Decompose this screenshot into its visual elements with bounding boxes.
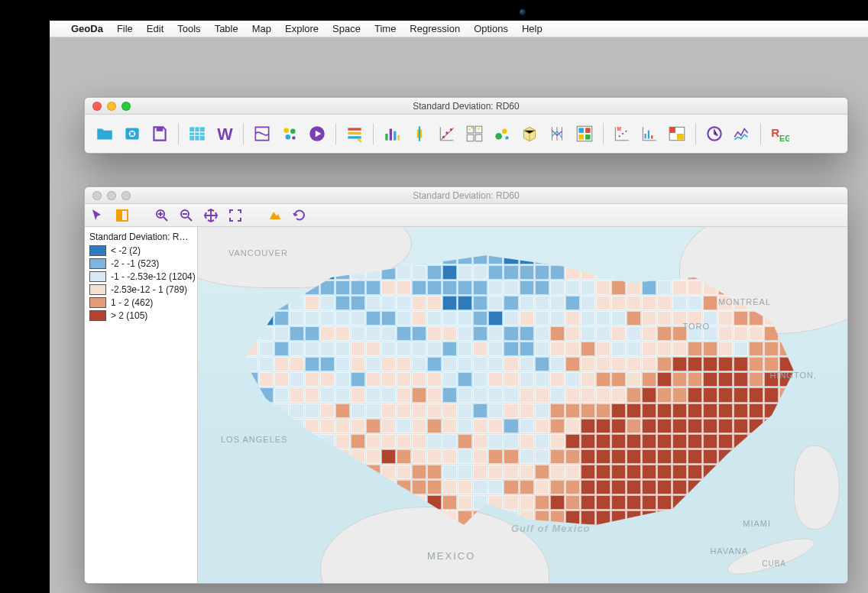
boxplot-icon[interactable]: [408, 122, 431, 145]
map-legend: Standard Deviation: RD60 < -2 (2)-2 - -1…: [85, 227, 198, 583]
svg-point-30: [495, 133, 502, 140]
toolbar-titlebar[interactable]: Standard Deviation: RD60: [85, 98, 847, 115]
weights-icon[interactable]: W: [213, 122, 236, 145]
zoom-button[interactable]: [121, 102, 131, 111]
svg-line-22: [441, 128, 453, 139]
svg-rect-42: [645, 134, 646, 139]
svg-rect-25: [467, 134, 474, 141]
svg-rect-10: [348, 128, 361, 130]
menu-time[interactable]: Time: [374, 23, 396, 34]
label-la: LOS ANGELES: [221, 435, 287, 444]
legend-row[interactable]: > 2 (105): [89, 310, 194, 321]
svg-rect-37: [585, 134, 591, 140]
close-button[interactable]: [92, 102, 102, 111]
close-project-icon[interactable]: [121, 122, 144, 145]
toolbar-title: Standard Deviation: RD60: [85, 101, 847, 112]
legend-row[interactable]: 1 - 2 (462): [89, 297, 194, 308]
menu-options[interactable]: Options: [474, 23, 508, 34]
svg-rect-2: [157, 127, 164, 131]
pan-icon[interactable]: [202, 207, 219, 224]
zoom-out-icon[interactable]: [178, 207, 195, 224]
svg-text:M: M: [617, 126, 621, 131]
label-montreal: MONTRÉAL: [718, 297, 771, 306]
map-titlebar[interactable]: Standard Deviation: RD60: [85, 187, 847, 204]
legend-swatch: [89, 245, 106, 256]
label-vancouver: VANCOUVER: [228, 248, 288, 258]
svg-rect-44: [651, 135, 653, 138]
bubble-icon[interactable]: [491, 122, 513, 145]
regression-icon[interactable]: REG: [768, 122, 791, 145]
invert-select-icon[interactable]: [114, 207, 131, 224]
label-mexico: MEXICO: [427, 550, 475, 562]
close-button[interactable]: [92, 191, 102, 200]
svg-rect-11: [348, 132, 361, 134]
svg-rect-16: [398, 135, 400, 141]
animation-icon[interactable]: [306, 122, 329, 145]
open-icon[interactable]: [93, 122, 116, 145]
menu-tools[interactable]: Tools: [177, 23, 200, 34]
menu-regression[interactable]: Regression: [410, 23, 460, 34]
choropleth-layer[interactable]: [244, 250, 794, 525]
diff-moran-icon[interactable]: [638, 122, 661, 145]
legend-row[interactable]: -2.53e-12 - 1 (789): [89, 284, 194, 295]
camera-dot: [520, 9, 526, 15]
svg-point-27: [468, 129, 470, 131]
map-toolbar: [85, 204, 847, 227]
map-canvas[interactable]: VANCOUVER MONTRÉAL TORO HINGTON, LOS ANG…: [198, 227, 847, 583]
table-icon[interactable]: [186, 122, 209, 145]
map-themes-icon[interactable]: [251, 122, 274, 145]
menu-help[interactable]: Help: [522, 23, 542, 34]
cartogram-icon[interactable]: [278, 122, 301, 145]
legend-row[interactable]: < -2 (2): [89, 245, 194, 256]
svg-point-39: [619, 135, 620, 137]
svg-rect-36: [578, 134, 584, 140]
svg-point-7: [286, 134, 291, 140]
svg-rect-34: [578, 128, 584, 133]
legend-swatch: [89, 258, 106, 269]
basemap-icon[interactable]: [267, 207, 283, 224]
moran-icon[interactable]: M: [611, 122, 633, 145]
svg-point-6: [290, 129, 296, 134]
menu-explore[interactable]: Explore: [285, 23, 319, 34]
svg-rect-47: [677, 134, 684, 140]
histogram-icon[interactable]: [381, 122, 403, 145]
menu-file[interactable]: File: [117, 23, 133, 34]
svg-text:EG: EG: [779, 134, 789, 143]
pc-plot-icon[interactable]: [546, 122, 568, 145]
save-icon[interactable]: [148, 122, 171, 145]
app-menu[interactable]: GeoDa: [71, 23, 103, 34]
legend-row[interactable]: -1 - -2.53e-12 (1204): [89, 271, 194, 282]
minimize-button[interactable]: [107, 102, 116, 111]
menu-edit[interactable]: Edit: [147, 23, 164, 34]
svg-rect-24: [475, 126, 482, 133]
label-washington: HINGTON,: [769, 371, 817, 380]
menu-space[interactable]: Space: [332, 23, 361, 34]
lisa-icon[interactable]: [666, 122, 688, 145]
time-series-icon[interactable]: [730, 122, 753, 145]
extent-icon[interactable]: [227, 207, 244, 224]
svg-rect-14: [390, 129, 392, 141]
minimize-button[interactable]: [107, 191, 116, 200]
legend-label: -1 - -2.53e-12 (1204): [111, 271, 196, 282]
mac-menubar: GeoDa File Edit Tools Table Map Explore …: [50, 21, 868, 37]
legend-label: -2 - -1 (523): [111, 258, 159, 269]
category-editor-icon[interactable]: [343, 122, 366, 145]
svg-rect-3: [189, 127, 205, 140]
svg-rect-23: [467, 126, 474, 133]
zoom-in-icon[interactable]: [154, 207, 170, 224]
svg-rect-12: [348, 136, 361, 138]
time-icon[interactable]: [703, 122, 726, 145]
refresh-icon[interactable]: [291, 207, 308, 224]
conditional-icon[interactable]: [573, 122, 596, 145]
svg-rect-46: [669, 127, 675, 133]
svg-rect-35: [585, 128, 591, 133]
menu-map[interactable]: Map: [252, 23, 271, 34]
select-tool-icon[interactable]: [89, 207, 106, 224]
scatter-icon[interactable]: [436, 122, 458, 145]
svg-rect-13: [385, 134, 387, 141]
legend-row[interactable]: -2 - -1 (523): [89, 258, 194, 269]
scatter-matrix-icon[interactable]: [463, 122, 486, 145]
zoom-button[interactable]: [121, 191, 131, 200]
menu-table[interactable]: Table: [215, 23, 238, 34]
cube-3d-icon[interactable]: [518, 122, 541, 145]
